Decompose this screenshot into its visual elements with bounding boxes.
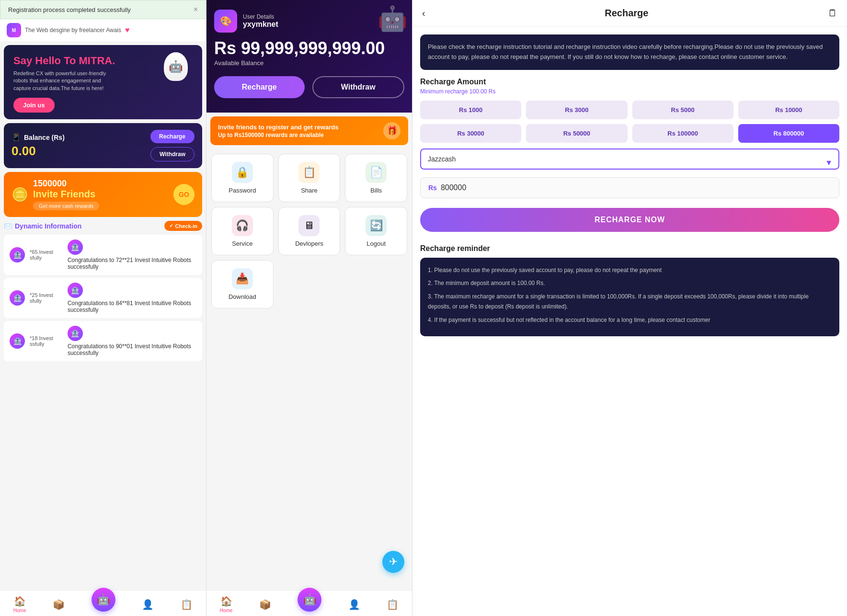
invite-amount: 1500000 <box>33 179 99 189</box>
middle-panel: 🎨 User Details yxymknet Rs 99,999,999,99… <box>206 0 412 616</box>
bottom-nav-left: 🏠 Home 📦 🤖 👤 📋 <box>0 590 206 616</box>
join-button[interactable]: Join us <box>13 98 55 113</box>
nav-home-label-middle: Home <box>220 608 233 613</box>
invite-banner: 🪙 1500000 Invite Friends Get more cash r… <box>4 172 202 217</box>
activity-icon-3: 🏦 <box>68 283 83 298</box>
list-item: 🏦 *18 Investssfully 🏦 Congratulations to… <box>4 321 202 361</box>
amount-btn-3000[interactable]: Rs 3000 <box>526 101 627 119</box>
activity-text-2: Congratulations to 84**81 Invest Intuiti… <box>68 300 196 313</box>
balance-title-text: Balance (Rs) <box>24 134 65 141</box>
amount-btn-30000[interactable]: Rs 30000 <box>420 124 521 143</box>
logout-icon: 🔄 <box>366 215 387 236</box>
amount-input-field[interactable] <box>441 183 831 192</box>
reminder-section: Recharge reminder 1. Please do not use t… <box>412 237 847 344</box>
reminder-1: 1. Please do not use the previously save… <box>428 265 832 276</box>
user-icon-middle: 👤 <box>348 599 360 610</box>
telegram-icon: ✈ <box>389 556 398 568</box>
activity-list: 🏦 *65 Investsfully 🏦 Congratulations to … <box>4 235 202 361</box>
menu-item-download[interactable]: 📥 Download <box>211 260 274 308</box>
amount-input-row: Rs <box>420 177 839 198</box>
notification-close[interactable]: × <box>194 5 198 14</box>
user-recharge-button[interactable]: Recharge <box>214 76 305 98</box>
page-title: Recharge <box>605 8 648 19</box>
check-icon: ✓ <box>169 223 173 229</box>
back-button[interactable]: ‹ <box>422 8 425 19</box>
bills-icon: 📄 <box>366 162 387 183</box>
hero-description: Redefine CX with powerful user-friendly … <box>13 70 109 92</box>
payment-method-wrapper: Jazzcash Easypaisa Bank Transfer <box>420 148 839 177</box>
amount-grid: Rs 1000 Rs 3000 Rs 5000 Rs 10000 Rs 3000… <box>420 101 839 143</box>
menu-item-devlopers[interactable]: 🖥 Devlopers <box>278 207 341 255</box>
nav-box[interactable]: 📦 <box>53 599 65 610</box>
nav-home-left[interactable]: 🏠 Home <box>13 595 26 613</box>
menu-item-password[interactable]: 🔒 Password <box>211 154 274 202</box>
dynamic-title-text: Dynamic Information <box>15 222 81 230</box>
envelope-icon: ✉️ <box>4 222 12 230</box>
menu-label-password: Password <box>229 187 256 194</box>
payment-method-select[interactable]: Jazzcash Easypaisa Bank Transfer <box>420 148 839 170</box>
menu-item-service[interactable]: 🎧 Service <box>211 207 274 255</box>
balance-left: 📱 Balance (Rs) 0.00 <box>11 133 65 159</box>
amount-btn-10000[interactable]: Rs 10000 <box>738 101 839 119</box>
scrolling-text-row: M The Web desgine by freelancer Awais ♥ <box>0 19 206 41</box>
nav-clipboard-middle[interactable]: 📋 <box>387 599 399 610</box>
activity-partial: *18 Investssfully <box>30 335 53 347</box>
user-icon: 👤 <box>142 599 154 610</box>
clipboard-icon-middle: 📋 <box>387 599 399 610</box>
receipt-icon[interactable]: 🗒 <box>828 8 837 19</box>
reminder-title: Recharge reminder <box>420 244 839 253</box>
amount-btn-100000[interactable]: Rs 100000 <box>632 124 733 143</box>
withdraw-button-left[interactable]: Withdraw <box>150 147 195 161</box>
user-details-header: 🎨 User Details yxymknet Rs 99,999,999,99… <box>206 0 412 113</box>
rs-label: Rs <box>428 184 437 192</box>
available-label: Available Balance <box>214 59 404 67</box>
user-balance-big: Rs 99,999,999,999.00 <box>214 38 404 58</box>
robot-center-btn[interactable]: 🤖 <box>92 588 115 612</box>
reminder-3: 3. The maximum recharge amount for a sin… <box>428 292 832 312</box>
activity-icon: 🏦 <box>10 290 25 306</box>
nav-user[interactable]: 👤 <box>142 599 154 610</box>
balance-amount: 0.00 <box>11 144 65 159</box>
invite-go-button[interactable]: GO <box>173 184 195 205</box>
box-icon: 📦 <box>53 599 65 610</box>
recharge-now-button[interactable]: RECHARGE NOW <box>420 208 839 232</box>
nav-robot-middle[interactable]: 🤖 <box>298 597 321 612</box>
nav-user-middle[interactable]: 👤 <box>348 599 360 610</box>
logo-small: M <box>7 23 21 37</box>
scrolling-text-content: The Web desgine by freelancer Awais <box>25 27 121 34</box>
balance-card: 📱 Balance (Rs) 0.00 Recharge Withdraw <box>4 123 202 168</box>
nav-home-middle[interactable]: 🏠 Home <box>220 595 233 613</box>
menu-label-share: Share <box>301 187 318 194</box>
reminder-box: 1. Please do not use the previously save… <box>420 258 839 336</box>
list-item: 🏦 *65 Investsfully 🏦 Congratulations to … <box>4 235 202 275</box>
user-withdraw-button[interactable]: Withdraw <box>312 76 405 98</box>
phone-icon: 📱 <box>11 133 21 142</box>
checkin-label: Check-in <box>175 223 197 229</box>
menu-label-devlopers: Devlopers <box>295 240 323 247</box>
amount-btn-50000[interactable]: Rs 50000 <box>526 124 627 143</box>
amount-btn-5000[interactable]: Rs 5000 <box>632 101 733 119</box>
home-icon: 🏠 <box>14 595 26 607</box>
nav-clipboard[interactable]: 📋 <box>181 599 193 610</box>
invite-icon[interactable]: 🎁 <box>383 122 401 139</box>
amount-btn-800000[interactable]: Rs 800000 <box>738 124 839 143</box>
left-panel: Registration process completed successfu… <box>0 0 206 616</box>
robot-decoration: 🤖 <box>164 52 188 81</box>
home-icon-middle: 🏠 <box>220 595 232 607</box>
amount-btn-1000[interactable]: Rs 1000 <box>420 101 521 119</box>
username: yxymknet <box>243 20 278 29</box>
invite-rewards-banner: Invite friends to register and get rewar… <box>210 116 408 145</box>
menu-item-bills[interactable]: 📄 Bills <box>345 154 407 202</box>
telegram-float-button[interactable]: ✈ <box>382 551 404 573</box>
robot-center-btn-middle[interactable]: 🤖 <box>298 588 321 612</box>
menu-item-logout[interactable]: 🔄 Logout <box>345 207 407 255</box>
notification-bar: Registration process completed successfu… <box>0 0 206 19</box>
menu-item-share[interactable]: 📋 Share <box>278 154 341 202</box>
menu-label-bills: Bills <box>370 187 382 194</box>
recharge-button-left[interactable]: Recharge <box>150 130 195 143</box>
list-item: 🏦 *25 Investsfully 🏦 Congratulations to … <box>4 278 202 318</box>
checkin-badge[interactable]: ✓ Check-in <box>164 221 202 231</box>
nav-box-middle[interactable]: 📦 <box>259 599 271 610</box>
nav-robot-center[interactable]: 🤖 <box>92 597 115 612</box>
robot-decoration-middle: 🤖 <box>378 5 407 33</box>
